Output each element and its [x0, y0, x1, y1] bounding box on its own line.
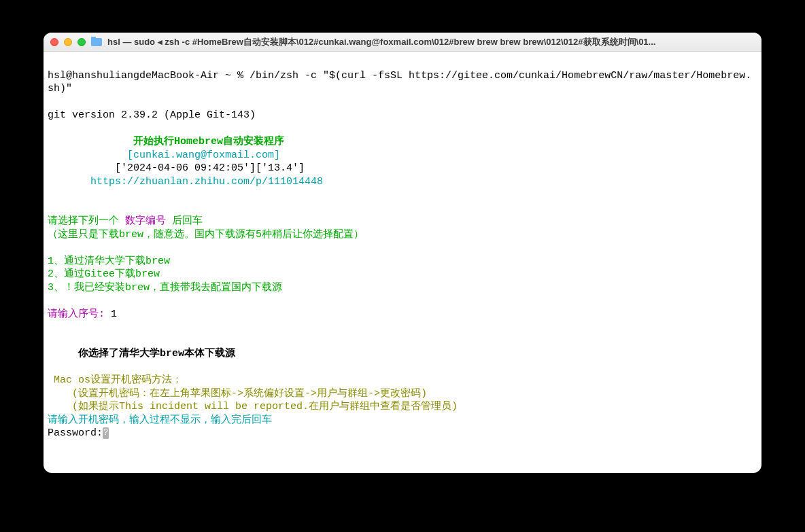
window-title: hsl — sudo ◂ zsh -c #HomeBrew自动安装脚本\012#… — [107, 36, 755, 48]
terminal-content[interactable]: hsl@hanshuliangdeMacBook-Air ~ % /bin/zs… — [44, 52, 761, 473]
traffic-lights — [50, 38, 86, 46]
header-url: https://zhuanlan.zhihu.com/p/111014448 — [48, 176, 323, 188]
choice-text: 你选择了清华大学brew本体下载源 — [48, 348, 235, 359]
select-note: （这里只是下载brew，随意选。国内下载源有5种稍后让你选择配置） — [48, 229, 364, 241]
mac-password-hint-2: (设置开机密码：在左上角苹果图标->系统偏好设置->用户与群组->更改密码) — [48, 388, 427, 400]
header-start: 开始执行Homebrew自动安装程序 — [48, 136, 284, 147]
option-3: 3、！我已经安装brew，直接带我去配置国内下载源 — [48, 282, 282, 294]
mac-password-hint-1: Mac os设置开机密码方法： — [48, 374, 182, 386]
header-timestamp: ['2024-04-06 09:42:05']['13.4'] — [48, 162, 305, 174]
terminal-window: hsl — sudo ◂ zsh -c #HomeBrew自动安装脚本\012#… — [44, 33, 761, 473]
password-hint: 请输入开机密码，输入过程不显示，输入完后回车 — [48, 414, 272, 426]
mac-password-hint-3: (如果提示This incident will be reported.在用户与… — [48, 401, 458, 412]
close-button[interactable] — [50, 38, 58, 46]
cmd-line-2: sh)" — [48, 83, 72, 94]
select-prompt: 请选择下列一个 数字编号 后回车 — [48, 215, 203, 227]
input-line: 请输入序号: 1 — [48, 308, 117, 320]
minimize-button[interactable] — [64, 38, 72, 46]
cursor-icon — [103, 427, 109, 439]
cmd-line-1: hsl@hanshuliangdeMacBook-Air ~ % /bin/zs… — [48, 70, 751, 82]
folder-icon — [91, 38, 102, 46]
password-line[interactable]: Password: — [48, 427, 109, 439]
header-email: [cunkai.wang@foxmail.com] — [48, 149, 280, 161]
titlebar: hsl — sudo ◂ zsh -c #HomeBrew自动安装脚本\012#… — [44, 33, 761, 52]
option-2: 2、通过Gitee下载brew — [48, 268, 160, 280]
git-version: git version 2.39.2 (Apple Git-143) — [48, 109, 256, 121]
option-1: 1、通过清华大学下载brew — [48, 255, 170, 267]
maximize-button[interactable] — [78, 38, 86, 46]
